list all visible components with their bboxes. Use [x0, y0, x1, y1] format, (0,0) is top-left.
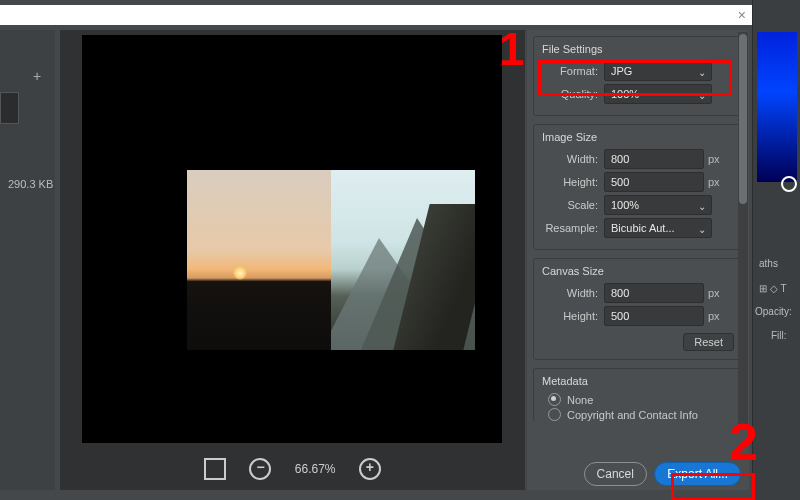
panel-scrollbar[interactable] [738, 32, 748, 427]
image-width-input[interactable]: 800 [604, 149, 704, 169]
image-size-section: Image Size Width: 800 px Height: 500 px … [533, 124, 743, 250]
add-asset-button[interactable]: + [33, 68, 41, 84]
zoom-in-button[interactable]: + [359, 458, 381, 480]
section-title: Image Size [542, 131, 736, 143]
radio-icon [548, 408, 561, 421]
unit-px: px [704, 310, 728, 322]
scale-select[interactable]: 100%⌄ [604, 195, 712, 215]
filesize-label: 290.3 KB [8, 178, 53, 190]
chevron-down-icon: ⌄ [698, 198, 706, 216]
close-icon[interactable]: × [738, 7, 746, 23]
chevron-down-icon: ⌄ [698, 64, 706, 82]
metadata-none-radio[interactable]: None [548, 393, 736, 406]
paths-tab[interactable]: aths [759, 258, 778, 269]
resample-select[interactable]: Bicubic Aut...⌄ [604, 218, 712, 238]
preview-right [331, 170, 475, 350]
quality-label: Quality: [540, 88, 604, 100]
zoom-toolbar: − 66.67% + [60, 458, 525, 480]
section-title: File Settings [542, 43, 736, 55]
export-all-button[interactable]: Export All... [654, 462, 741, 486]
color-picker-ring[interactable] [781, 176, 797, 192]
metadata-section: Metadata None Copyright and Contact Info [533, 368, 743, 421]
format-label: Format: [540, 65, 604, 77]
image-height-input[interactable]: 500 [604, 172, 704, 192]
height-label: Height: [540, 176, 604, 188]
canvas-width-input[interactable]: 800 [604, 283, 704, 303]
unit-px: px [704, 153, 728, 165]
preview-background [82, 35, 502, 443]
reset-button[interactable]: Reset [683, 333, 734, 351]
section-title: Metadata [542, 375, 736, 387]
image-preview[interactable] [187, 170, 475, 350]
fit-screen-icon[interactable] [204, 458, 226, 480]
dialog-titlebar: × [0, 5, 752, 25]
canvas-height-label: Height: [540, 310, 604, 322]
preview-left [187, 170, 331, 350]
unit-px: px [704, 176, 728, 188]
format-select[interactable]: JPG⌄ [604, 61, 712, 81]
resample-label: Resample: [540, 222, 604, 234]
preview-panel: − 66.67% + [60, 30, 525, 490]
metadata-contact-radio[interactable]: Copyright and Contact Info [548, 408, 736, 421]
asset-thumbnail[interactable] [0, 92, 19, 124]
settings-panel: File Settings Format: JPG⌄ Quality: 100%… [527, 30, 749, 490]
zoom-level: 66.67% [295, 462, 336, 476]
asset-list: + 290.3 KB [0, 30, 55, 490]
zoom-out-button[interactable]: − [249, 458, 271, 480]
color-swatch[interactable] [757, 32, 797, 182]
opacity-label: Opacity: [755, 306, 792, 317]
unit-px: px [704, 287, 728, 299]
chevron-down-icon: ⌄ [698, 221, 706, 239]
chevron-down-icon: ⌄ [698, 87, 706, 105]
radio-icon [548, 393, 561, 406]
cancel-button[interactable]: Cancel [584, 462, 647, 486]
section-title: Canvas Size [542, 265, 736, 277]
canvas-size-section: Canvas Size Width: 800 px Height: 500 px… [533, 258, 743, 360]
canvas-width-label: Width: [540, 287, 604, 299]
file-settings-section: File Settings Format: JPG⌄ Quality: 100%… [533, 36, 743, 116]
canvas-height-input[interactable]: 500 [604, 306, 704, 326]
quality-select[interactable]: 100%⌄ [604, 84, 712, 104]
fill-label: Fill: [771, 330, 787, 341]
scale-label: Scale: [540, 199, 604, 211]
dialog-footer: Cancel Export All... [527, 462, 749, 486]
width-label: Width: [540, 153, 604, 165]
app-right-chrome: aths ⊞ ◇ T Opacity: Fill: [752, 0, 800, 500]
